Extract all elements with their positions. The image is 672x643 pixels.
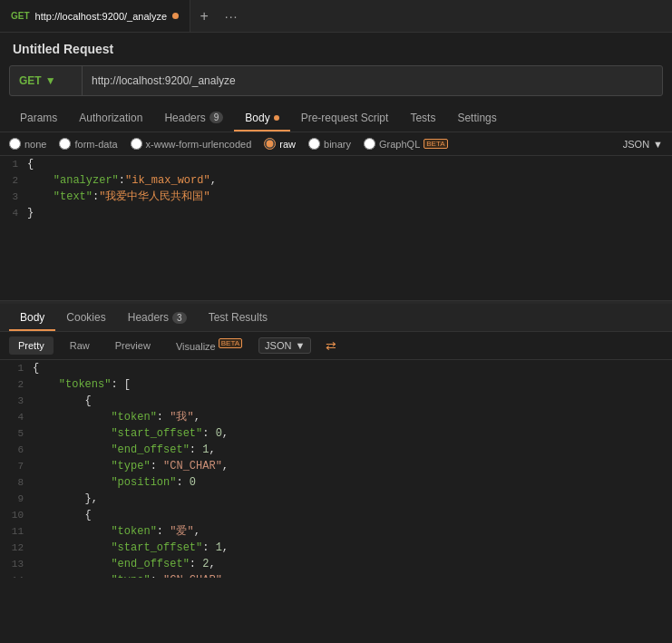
view-raw[interactable]: Raw (61, 336, 99, 355)
view-visualize-label: Visualize (176, 341, 216, 352)
view-preview-label: Preview (115, 340, 151, 351)
method-label: GET (19, 74, 42, 87)
option-raw[interactable]: raw (264, 138, 296, 150)
tab-method: GET (11, 11, 30, 21)
tab-prerequest-label: Pre-request Script (301, 112, 389, 124)
code-line-3: 3 "text":"我爱中华人民共和国" (0, 189, 672, 205)
resp-line-3: 3 { (0, 393, 672, 409)
response-section: Body Cookies Headers 3 Test Results Pret… (0, 301, 672, 578)
response-format-select[interactable]: JSON ▼ (258, 337, 311, 354)
more-tabs-button[interactable]: ··· (218, 0, 245, 32)
method-chevron-icon: ▼ (45, 74, 56, 87)
tab-params-label: Params (20, 112, 57, 124)
url-input[interactable] (83, 74, 662, 87)
resp-tab-body[interactable]: Body (9, 304, 55, 331)
option-urlencoded[interactable]: x-www-form-urlencoded (131, 138, 252, 150)
option-none-label: none (24, 139, 46, 150)
response-body[interactable]: 1 { 2 "tokens": [ 3 { 4 "token": "我", 5 … (0, 360, 672, 578)
option-binary[interactable]: binary (308, 138, 351, 150)
resp-line-12: 12 "start_offset": 1, (0, 540, 672, 556)
code-line-2: 2 "analyzer":"ik_max_word", (0, 172, 672, 189)
resp-line-11: 11 "token": "爱", (0, 523, 672, 540)
tab-prerequest[interactable]: Pre-request Script (290, 103, 400, 132)
tab-headers-label: Headers (164, 112, 205, 124)
resp-line-10: 10 { (0, 507, 672, 523)
view-raw-label: Raw (70, 340, 90, 351)
format-label: JSON (623, 139, 649, 150)
tab-unsaved-dot (172, 13, 179, 19)
option-raw-label: raw (279, 139, 296, 150)
radio-graphql[interactable] (364, 138, 375, 150)
body-active-dot (274, 115, 279, 121)
view-preview[interactable]: Preview (106, 336, 160, 355)
add-tab-button[interactable]: + (190, 0, 218, 32)
format-select[interactable]: JSON ▼ (623, 139, 663, 150)
resp-tab-cookies-label: Cookies (66, 311, 105, 324)
tab-settings[interactable]: Settings (446, 103, 507, 132)
tab-bar: GET http://localhost:9200/_analyze + ··· (0, 0, 672, 33)
view-visualize[interactable]: Visualize BETA (167, 336, 251, 356)
response-tabs: Body Cookies Headers 3 Test Results (0, 301, 672, 332)
tab-authorization-label: Authorization (79, 112, 142, 124)
request-tabs: Params Authorization Headers 9 Body Pre-… (0, 103, 672, 132)
tab-body[interactable]: Body (234, 103, 289, 132)
resp-line-14: 14 "type": "CN_CHAR", (0, 572, 672, 578)
tab-params[interactable]: Params (9, 103, 68, 132)
tab-url: http://localhost:9200/_analyze (35, 11, 168, 22)
url-bar: GET ▼ (9, 65, 663, 96)
option-binary-label: binary (324, 139, 351, 150)
request-title: Untitled Request (0, 33, 672, 65)
code-line-1: 1 { (0, 156, 672, 172)
radio-urlencoded[interactable] (131, 138, 142, 150)
view-pretty-label: Pretty (18, 340, 44, 351)
response-format-chevron-icon: ▼ (295, 340, 305, 351)
resp-line-7: 7 "type": "CN_CHAR", (0, 458, 672, 474)
view-pretty[interactable]: Pretty (9, 336, 54, 355)
resp-tab-headers-label: Headers (128, 311, 169, 324)
graphql-beta-badge: BETA (424, 139, 447, 149)
resp-tab-headers[interactable]: Headers 3 (117, 304, 198, 331)
option-urlencoded-label: x-www-form-urlencoded (146, 139, 252, 150)
body-options: none form-data x-www-form-urlencoded raw… (0, 132, 672, 156)
option-form-data-label: form-data (74, 139, 117, 150)
resp-tab-cookies[interactable]: Cookies (55, 304, 116, 331)
option-graphql-label: GraphQL (379, 139, 420, 150)
tab-settings-label: Settings (457, 112, 496, 124)
resp-line-1: 1 { (0, 360, 672, 376)
code-line-4: 4 } (0, 205, 672, 221)
option-form-data[interactable]: form-data (59, 138, 117, 150)
headers-badge: 9 (209, 112, 224, 123)
visualize-beta-badge: BETA (219, 338, 242, 348)
method-select[interactable]: GET ▼ (10, 66, 83, 95)
resp-tab-body-label: Body (20, 311, 44, 324)
radio-form-data[interactable] (59, 138, 71, 150)
request-tab[interactable]: GET http://localhost:9200/_analyze (0, 0, 190, 32)
tab-tests-label: Tests (410, 112, 435, 124)
resp-line-8: 8 "position": 0 (0, 474, 672, 491)
resp-tab-testresults[interactable]: Test Results (198, 304, 278, 331)
tab-headers[interactable]: Headers 9 (153, 103, 234, 132)
resp-tab-testresults-label: Test Results (209, 311, 268, 324)
option-none[interactable]: none (9, 138, 46, 150)
radio-none[interactable] (9, 138, 21, 150)
resp-line-13: 13 "end_offset": 2, (0, 556, 672, 572)
radio-binary[interactable] (308, 138, 320, 150)
tab-authorization[interactable]: Authorization (68, 103, 153, 132)
resp-line-9: 9 }, (0, 491, 672, 507)
tab-tests[interactable]: Tests (399, 103, 446, 132)
resp-headers-badge: 3 (172, 312, 187, 324)
request-body-editor[interactable]: 1 { 2 "analyzer":"ik_max_word", 3 "text"… (0, 156, 672, 301)
resp-line-5: 5 "start_offset": 0, (0, 425, 672, 442)
option-graphql[interactable]: GraphQL BETA (364, 138, 448, 150)
response-format-label: JSON (265, 340, 291, 351)
resp-line-2: 2 "tokens": [ (0, 376, 672, 393)
tab-body-label: Body (245, 112, 269, 124)
filter-icon[interactable]: ⇄ (326, 338, 336, 353)
radio-raw[interactable] (264, 138, 276, 150)
response-toolbar: Pretty Raw Preview Visualize BETA JSON ▼… (0, 332, 672, 360)
resp-line-4: 4 "token": "我", (0, 409, 672, 425)
resp-line-6: 6 "end_offset": 1, (0, 442, 672, 458)
format-chevron-icon: ▼ (653, 139, 663, 150)
editor-padding (0, 221, 672, 294)
